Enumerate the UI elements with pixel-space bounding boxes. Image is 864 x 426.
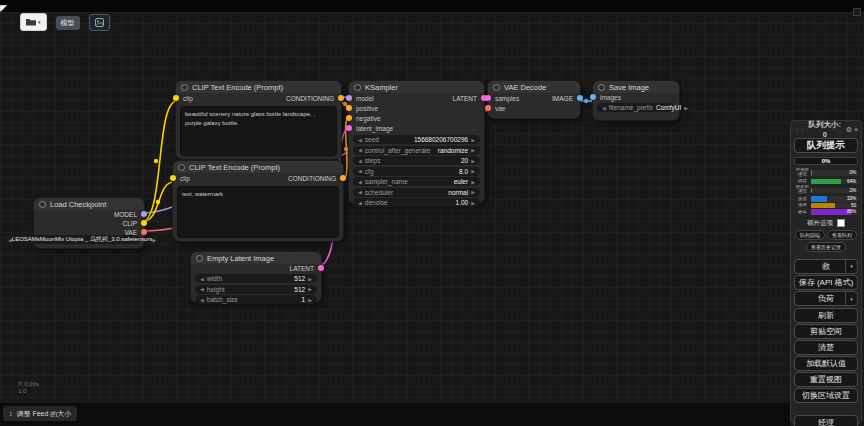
sidebar-button-重置视图[interactable]: 重置视图 xyxy=(794,372,858,387)
increment-arrow-icon[interactable]: ▶ xyxy=(308,286,312,292)
widget-width[interactable]: ◀width512▶ xyxy=(195,274,317,283)
widget-filename_prefix[interactable]: ◀filename_prefixComfyUI▶ xyxy=(597,103,675,112)
caret-down-icon[interactable]: ▾ xyxy=(845,260,857,273)
increment-arrow-icon[interactable]: ▶ xyxy=(471,168,475,174)
gear-icon[interactable]: ⚙ xyxy=(846,126,852,134)
sidebar-button-救[interactable]: 救▾ xyxy=(794,259,858,274)
node-empty-latent-image[interactable]: Empty Latent Image LATENT ◀width512▶◀hei… xyxy=(190,251,322,303)
sidebar-button-清楚[interactable]: 清楚 xyxy=(794,340,858,355)
decrement-arrow-icon[interactable]: ◀ xyxy=(358,158,362,164)
widget-denoise[interactable]: ◀denoise1.00▶ xyxy=(353,198,480,207)
widget-cfg[interactable]: ◀cfg8.0▶ xyxy=(353,167,480,176)
node-title-bar[interactable]: Save Image xyxy=(593,81,679,93)
node-vae-decode[interactable]: VAE Decode samplesIMAGE vae xyxy=(487,80,581,119)
caret-down-icon[interactable]: ▾ xyxy=(845,292,857,305)
widget-control_after_generate[interactable]: ◀control_after_generaterandomize▶ xyxy=(353,146,480,155)
increment-arrow-icon[interactable]: ▶ xyxy=(471,158,475,164)
collapse-dot-icon[interactable] xyxy=(354,84,361,91)
view-history-button[interactable]: 查看历史记录 xyxy=(806,242,846,252)
port-conditioning-output[interactable] xyxy=(340,175,346,181)
port-model-input[interactable] xyxy=(346,95,352,101)
port-vae-input[interactable] xyxy=(485,105,491,111)
node-title-bar[interactable]: VAE Decode xyxy=(488,81,580,93)
widget-steps[interactable]: ◀steps20▶ xyxy=(353,156,480,165)
queue-front-button[interactable]: 队列前端 xyxy=(795,230,825,240)
collapse-dot-icon[interactable] xyxy=(493,84,500,91)
menu-header[interactable]: ⋮⋮ 队列大小: 0 ⚙ × xyxy=(794,123,858,136)
node-title-bar[interactable]: Load Checkpoint xyxy=(34,198,144,210)
decrement-arrow-icon[interactable]: ◀ xyxy=(358,168,362,174)
port-clip-input[interactable] xyxy=(170,175,176,181)
port-model-output[interactable] xyxy=(141,211,147,217)
port-clip-output[interactable] xyxy=(141,220,147,226)
sidebar-button-剪贴空间[interactable]: 剪贴空间 xyxy=(794,324,858,339)
sidebar-button-加载默认值[interactable]: 加载默认值 xyxy=(794,356,858,371)
widget-batch_size[interactable]: ◀batch_size1▶ xyxy=(195,295,317,304)
decrement-arrow-icon[interactable]: ◀ xyxy=(358,200,362,206)
port-positive-input[interactable] xyxy=(346,105,352,111)
node-clip-text-encode-1[interactable]: CLIP Text Encode (Prompt) clipCONDITIONI… xyxy=(175,80,342,160)
models-button[interactable]: 模型 xyxy=(56,16,80,30)
negative-prompt-textarea[interactable]: text, watermark xyxy=(177,186,339,238)
widget-scheduler[interactable]: ◀schedulernormal▶ xyxy=(353,188,480,197)
collapse-dot-icon[interactable] xyxy=(178,164,185,171)
decrement-arrow-icon[interactable]: ◀ xyxy=(358,179,362,185)
decrement-arrow-icon[interactable]: ◀ xyxy=(602,105,606,111)
decrement-arrow-icon[interactable]: ◀ xyxy=(200,276,204,282)
node-load-checkpoint[interactable]: Load Checkpoint MODEL CLIP VAE ◀LEOSAMsM… xyxy=(33,197,145,249)
increment-arrow-icon[interactable]: ▶ xyxy=(471,179,475,185)
collapse-dot-icon[interactable] xyxy=(39,201,46,208)
widget-combo[interactable]: ◀LEOSAMsMoonMix Utopia _ 乌托邦_3.0.safeten… xyxy=(3,235,141,244)
port-conditioning-output[interactable] xyxy=(338,95,344,101)
node-title-bar[interactable]: KSampler xyxy=(349,81,484,93)
port-image-output[interactable] xyxy=(577,95,583,101)
increment-arrow-icon[interactable]: ▶ xyxy=(152,237,156,243)
increment-arrow-icon[interactable]: ▶ xyxy=(471,200,475,206)
extra-options-checkbox[interactable] xyxy=(837,219,845,227)
widget-name: height xyxy=(207,286,291,293)
port-latent-output[interactable] xyxy=(318,265,324,271)
prompt-textarea[interactable]: beautiful scenery nature glass bottle la… xyxy=(180,106,337,156)
decrement-arrow-icon[interactable]: ◀ xyxy=(358,189,362,195)
decrement-arrow-icon[interactable]: ◀ xyxy=(200,297,204,303)
queue-prompt-button[interactable]: 队列提示 xyxy=(794,138,858,153)
node-title-bar[interactable]: CLIP Text Encode (Prompt) xyxy=(173,161,343,173)
drag-handle-icon[interactable]: ⋮⋮ xyxy=(794,126,804,133)
node-clip-text-encode-2[interactable]: CLIP Text Encode (Prompt) clipCONDITIONI… xyxy=(172,160,344,242)
node-title-bar[interactable]: Empty Latent Image xyxy=(191,252,321,264)
mini-badge-icon[interactable] xyxy=(853,8,861,16)
sidebar-button-切换区域设置[interactable]: 切换区域设置 xyxy=(794,388,858,403)
decrement-arrow-icon[interactable]: ◀ xyxy=(200,286,204,292)
sidebar-button-负荷[interactable]: 负荷▾ xyxy=(794,291,858,306)
resize-feed-button[interactable]: ↕ 调整 Feed 的大小 xyxy=(3,406,77,421)
node-save-image[interactable]: Save Image images ◀filename_prefixComfyU… xyxy=(592,80,680,121)
collapse-dot-icon[interactable] xyxy=(181,84,188,91)
decrement-arrow-icon[interactable]: ◀ xyxy=(358,147,362,153)
sidebar-button-保存 (API 格式)[interactable]: 保存 (API 格式) xyxy=(794,275,858,290)
increment-arrow-icon[interactable]: ▶ xyxy=(308,297,312,303)
port-images-input[interactable] xyxy=(590,94,596,100)
increment-arrow-icon[interactable]: ▶ xyxy=(471,137,475,143)
port-negative-input[interactable] xyxy=(346,115,352,121)
close-icon[interactable]: × xyxy=(854,126,858,133)
widget-height[interactable]: ◀height512▶ xyxy=(195,285,317,294)
collapse-dot-icon[interactable] xyxy=(196,255,203,262)
increment-arrow-icon[interactable]: ▶ xyxy=(684,105,688,111)
widget-seed[interactable]: ◀seed156680206700296▶ xyxy=(353,135,480,144)
decrement-arrow-icon[interactable]: ◀ xyxy=(358,137,362,143)
workflows-button[interactable]: ▾ xyxy=(20,13,47,31)
view-queue-button[interactable]: 查看队列 xyxy=(827,230,857,240)
sidebar-button-刷新[interactable]: 刷新 xyxy=(794,308,858,323)
sidebar-button-经理[interactable]: 经理 xyxy=(794,415,858,426)
increment-arrow-icon[interactable]: ▶ xyxy=(471,147,475,153)
port-samples-input[interactable] xyxy=(485,95,491,101)
increment-arrow-icon[interactable]: ▶ xyxy=(471,189,475,195)
port-latent-input[interactable] xyxy=(346,125,352,131)
node-title-bar[interactable]: CLIP Text Encode (Prompt) xyxy=(176,81,341,93)
port-clip-input[interactable] xyxy=(173,95,179,101)
increment-arrow-icon[interactable]: ▶ xyxy=(308,276,312,282)
gallery-button[interactable] xyxy=(89,14,110,31)
collapse-dot-icon[interactable] xyxy=(598,84,605,91)
widget-sampler_name[interactable]: ◀sampler_nameeuler▶ xyxy=(353,177,480,186)
node-ksampler[interactable]: KSampler modelLATENT positive negative l… xyxy=(348,80,485,204)
